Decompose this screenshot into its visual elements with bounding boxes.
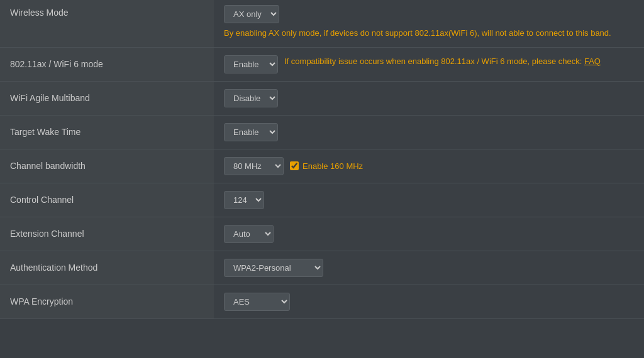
wpa-encryption-row: WPA Encryption AES TKIP TKIP+AES: [0, 285, 644, 318]
control-channel-row: Control Channel 36404448 52566064 100104…: [0, 183, 644, 217]
wifi-agile-value-cell: Enable Disable: [214, 81, 644, 115]
channel-bandwidth-label: Channel bandwidth: [0, 149, 214, 183]
channel-bandwidth-select[interactable]: 20 MHz 40 MHz 80 MHz 160 MHz: [224, 157, 284, 175]
channel-bandwidth-row: Channel bandwidth 20 MHz 40 MHz 80 MHz 1…: [0, 149, 644, 183]
wireless-mode-label: Wireless Mode: [0, 0, 214, 47]
enable-160mhz-checkbox[interactable]: [290, 161, 299, 170]
control-channel-value-cell: 36404448 52566064 100104108112 116120124…: [214, 183, 644, 217]
target-wake-time-value-cell: Enable Disable: [214, 115, 644, 149]
wpa-encryption-value-cell: AES TKIP TKIP+AES: [214, 285, 644, 318]
wireless-mode-warning: By enabling AX only mode, if devices do …: [224, 27, 634, 40]
wifi6-mode-select[interactable]: Enable Disable: [224, 55, 278, 73]
wireless-mode-row: Wireless Mode AX only Legacy N only AC o…: [0, 0, 644, 47]
wifi-agile-select[interactable]: Enable Disable: [224, 89, 278, 107]
wifi6-mode-note: If compatibility issue occurs when enabl…: [284, 55, 601, 68]
enable-160mhz-label[interactable]: Enable 160 MHz: [290, 161, 363, 171]
target-wake-time-label: Target Wake Time: [0, 115, 214, 149]
auth-method-select[interactable]: Open System WPA-Personal WPA2-Personal W…: [224, 259, 323, 277]
extension-channel-label: Extension Channel: [0, 217, 214, 251]
wifi6-mode-value-cell: Enable Disable If compatibility issue oc…: [214, 47, 644, 81]
auth-method-label: Authentication Method: [0, 251, 214, 285]
control-channel-label: Control Channel: [0, 183, 214, 217]
target-wake-time-row: Target Wake Time Enable Disable: [0, 115, 644, 149]
wireless-mode-select[interactable]: AX only Legacy N only AC only: [224, 5, 279, 23]
wpa-encryption-label: WPA Encryption: [0, 285, 214, 318]
enable-160mhz-text: Enable 160 MHz: [303, 161, 363, 171]
extension-channel-select[interactable]: Auto Above Below: [224, 225, 274, 243]
extension-channel-row: Extension Channel Auto Above Below: [0, 217, 644, 251]
auth-method-value-cell: Open System WPA-Personal WPA2-Personal W…: [214, 251, 644, 285]
target-wake-time-select[interactable]: Enable Disable: [224, 123, 278, 141]
faq-link[interactable]: FAQ: [584, 57, 601, 66]
extension-channel-value-cell: Auto Above Below: [214, 217, 644, 251]
wireless-mode-value-cell: AX only Legacy N only AC only By enablin…: [214, 0, 644, 47]
wifi6-mode-row: 802.11ax / WiFi 6 mode Enable Disable If…: [0, 47, 644, 81]
channel-bandwidth-value-cell: 20 MHz 40 MHz 80 MHz 160 MHz Enable 160 …: [214, 149, 644, 183]
wifi-agile-row: WiFi Agile Multiband Enable Disable: [0, 81, 644, 115]
control-channel-select[interactable]: 36404448 52566064 100104108112 116120124…: [224, 191, 264, 209]
wpa-encryption-select[interactable]: AES TKIP TKIP+AES: [224, 293, 290, 311]
wifi6-mode-label: 802.11ax / WiFi 6 mode: [0, 47, 214, 81]
wifi-agile-label: WiFi Agile Multiband: [0, 81, 214, 115]
auth-method-row: Authentication Method Open System WPA-Pe…: [0, 251, 644, 285]
